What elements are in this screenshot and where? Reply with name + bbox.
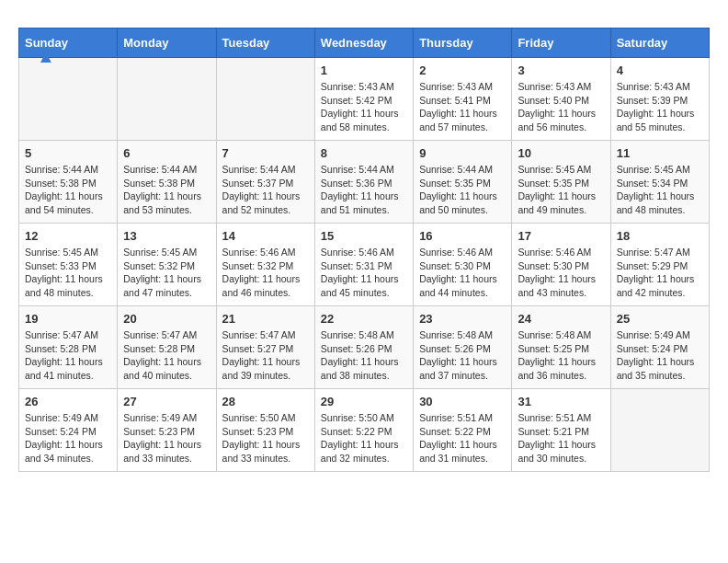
sunset-text: Sunset: 5:42 PM bbox=[321, 95, 392, 106]
sunrise-text: Sunrise: 5:47 AM bbox=[222, 329, 296, 340]
calendar-cell: 21 Sunrise: 5:47 AM Sunset: 5:27 PM Dayl… bbox=[216, 306, 314, 389]
day-number: 25 bbox=[617, 312, 703, 326]
calendar-cell: 3 Sunrise: 5:43 AM Sunset: 5:40 PM Dayli… bbox=[512, 58, 610, 141]
sunrise-text: Sunrise: 5:51 AM bbox=[419, 412, 493, 423]
calendar-week-row: 12 Sunrise: 5:45 AM Sunset: 5:33 PM Dayl… bbox=[19, 224, 710, 306]
daylight-text: Daylight: 11 hours and 56 minutes. bbox=[518, 108, 596, 132]
calendar-cell: 4 Sunrise: 5:43 AM Sunset: 5:39 PM Dayli… bbox=[610, 58, 709, 141]
daylight-text: Daylight: 11 hours and 36 minutes. bbox=[518, 356, 596, 381]
calendar-cell bbox=[19, 58, 118, 141]
day-info: Sunrise: 5:43 AM Sunset: 5:41 PM Dayligh… bbox=[419, 80, 506, 134]
day-number: 15 bbox=[321, 229, 407, 243]
sunset-text: Sunset: 5:41 PM bbox=[419, 95, 491, 106]
weekday-header-sunday: Sunday bbox=[19, 29, 118, 58]
daylight-text: Daylight: 11 hours and 46 minutes. bbox=[222, 273, 301, 298]
sunrise-text: Sunrise: 5:45 AM bbox=[518, 164, 591, 175]
day-info: Sunrise: 5:48 AM Sunset: 5:26 PM Dayligh… bbox=[419, 328, 506, 383]
day-number: 30 bbox=[419, 395, 506, 408]
calendar-cell: 16 Sunrise: 5:46 AM Sunset: 5:30 PM Dayl… bbox=[414, 224, 512, 306]
daylight-text: Daylight: 11 hours and 37 minutes. bbox=[419, 356, 497, 381]
calendar-cell: 9 Sunrise: 5:44 AM Sunset: 5:35 PM Dayli… bbox=[414, 141, 512, 224]
day-number: 12 bbox=[25, 229, 111, 243]
day-info: Sunrise: 5:51 AM Sunset: 5:21 PM Dayligh… bbox=[518, 411, 604, 465]
sunrise-text: Sunrise: 5:47 AM bbox=[25, 329, 98, 340]
daylight-text: Daylight: 11 hours and 52 minutes. bbox=[222, 190, 301, 215]
calendar-cell: 22 Sunrise: 5:48 AM Sunset: 5:26 PM Dayl… bbox=[314, 306, 413, 389]
weekday-header-thursday: Thursday bbox=[414, 29, 512, 58]
sunset-text: Sunset: 5:38 PM bbox=[25, 178, 97, 189]
daylight-text: Daylight: 11 hours and 42 minutes. bbox=[617, 273, 695, 298]
sunrise-text: Sunrise: 5:43 AM bbox=[617, 81, 690, 92]
sunrise-text: Sunrise: 5:51 AM bbox=[518, 412, 591, 423]
day-info: Sunrise: 5:49 AM Sunset: 5:23 PM Dayligh… bbox=[123, 411, 210, 465]
calendar-cell: 19 Sunrise: 5:47 AM Sunset: 5:28 PM Dayl… bbox=[19, 306, 118, 389]
sunrise-text: Sunrise: 5:50 AM bbox=[321, 412, 394, 423]
day-info: Sunrise: 5:46 AM Sunset: 5:31 PM Dayligh… bbox=[321, 246, 407, 300]
day-info: Sunrise: 5:47 AM Sunset: 5:27 PM Dayligh… bbox=[222, 328, 309, 383]
day-info: Sunrise: 5:48 AM Sunset: 5:25 PM Dayligh… bbox=[518, 328, 604, 383]
calendar-cell bbox=[118, 58, 216, 141]
sunset-text: Sunset: 5:26 PM bbox=[321, 343, 392, 354]
calendar-cell: 12 Sunrise: 5:45 AM Sunset: 5:33 PM Dayl… bbox=[19, 224, 118, 306]
sunrise-text: Sunrise: 5:47 AM bbox=[123, 329, 197, 340]
day-number: 31 bbox=[518, 395, 604, 408]
day-number: 28 bbox=[222, 395, 309, 408]
sunrise-text: Sunrise: 5:48 AM bbox=[419, 329, 493, 340]
sunrise-text: Sunrise: 5:49 AM bbox=[123, 412, 197, 423]
calendar-cell: 7 Sunrise: 5:44 AM Sunset: 5:37 PM Dayli… bbox=[216, 141, 314, 224]
daylight-text: Daylight: 11 hours and 45 minutes. bbox=[321, 273, 399, 298]
day-info: Sunrise: 5:46 AM Sunset: 5:30 PM Dayligh… bbox=[518, 246, 604, 300]
sunset-text: Sunset: 5:37 PM bbox=[222, 178, 294, 189]
day-number: 7 bbox=[222, 146, 309, 160]
day-number: 3 bbox=[518, 63, 604, 77]
sunrise-text: Sunrise: 5:45 AM bbox=[617, 164, 690, 175]
sunrise-text: Sunrise: 5:48 AM bbox=[518, 329, 591, 340]
daylight-text: Daylight: 11 hours and 51 minutes. bbox=[321, 190, 399, 215]
calendar-cell: 1 Sunrise: 5:43 AM Sunset: 5:42 PM Dayli… bbox=[314, 58, 413, 141]
day-info: Sunrise: 5:49 AM Sunset: 5:24 PM Dayligh… bbox=[617, 328, 703, 383]
daylight-text: Daylight: 11 hours and 30 minutes. bbox=[518, 439, 596, 464]
daylight-text: Daylight: 11 hours and 53 minutes. bbox=[123, 190, 201, 215]
calendar-cell: 27 Sunrise: 5:49 AM Sunset: 5:23 PM Dayl… bbox=[118, 389, 216, 472]
calendar-cell: 15 Sunrise: 5:46 AM Sunset: 5:31 PM Dayl… bbox=[314, 224, 413, 306]
calendar-cell: 28 Sunrise: 5:50 AM Sunset: 5:23 PM Dayl… bbox=[216, 389, 314, 472]
day-info: Sunrise: 5:43 AM Sunset: 5:40 PM Dayligh… bbox=[518, 80, 604, 134]
sunset-text: Sunset: 5:22 PM bbox=[321, 426, 392, 437]
sunrise-text: Sunrise: 5:47 AM bbox=[617, 247, 690, 258]
day-number: 1 bbox=[321, 63, 407, 77]
sunset-text: Sunset: 5:29 PM bbox=[617, 260, 688, 271]
sunset-text: Sunset: 5:22 PM bbox=[419, 426, 491, 437]
sunrise-text: Sunrise: 5:46 AM bbox=[321, 247, 394, 258]
calendar-week-row: 19 Sunrise: 5:47 AM Sunset: 5:28 PM Dayl… bbox=[19, 306, 710, 389]
calendar-cell: 8 Sunrise: 5:44 AM Sunset: 5:36 PM Dayli… bbox=[314, 141, 413, 224]
calendar-cell: 18 Sunrise: 5:47 AM Sunset: 5:29 PM Dayl… bbox=[610, 224, 709, 306]
day-number: 21 bbox=[222, 312, 309, 326]
day-number: 18 bbox=[617, 229, 703, 243]
calendar-table: SundayMondayTuesdayWednesdayThursdayFrid… bbox=[18, 28, 710, 472]
day-info: Sunrise: 5:46 AM Sunset: 5:32 PM Dayligh… bbox=[222, 246, 309, 300]
daylight-text: Daylight: 11 hours and 32 minutes. bbox=[321, 439, 399, 464]
day-number: 20 bbox=[123, 312, 210, 326]
day-info: Sunrise: 5:47 AM Sunset: 5:29 PM Dayligh… bbox=[617, 246, 703, 300]
daylight-text: Daylight: 11 hours and 41 minutes. bbox=[25, 356, 103, 381]
day-info: Sunrise: 5:44 AM Sunset: 5:38 PM Dayligh… bbox=[123, 163, 210, 217]
day-number: 8 bbox=[321, 146, 407, 160]
sunrise-text: Sunrise: 5:45 AM bbox=[123, 247, 197, 258]
sunset-text: Sunset: 5:40 PM bbox=[518, 95, 589, 106]
sunrise-text: Sunrise: 5:43 AM bbox=[321, 81, 394, 92]
calendar-cell: 31 Sunrise: 5:51 AM Sunset: 5:21 PM Dayl… bbox=[512, 389, 610, 472]
day-number: 19 bbox=[25, 312, 111, 326]
day-info: Sunrise: 5:44 AM Sunset: 5:35 PM Dayligh… bbox=[419, 163, 506, 217]
sunset-text: Sunset: 5:24 PM bbox=[617, 343, 688, 354]
sunset-text: Sunset: 5:28 PM bbox=[123, 343, 195, 354]
sunset-text: Sunset: 5:30 PM bbox=[419, 260, 491, 271]
sunrise-text: Sunrise: 5:44 AM bbox=[419, 164, 493, 175]
daylight-text: Daylight: 11 hours and 55 minutes. bbox=[617, 108, 695, 132]
calendar-cell: 14 Sunrise: 5:46 AM Sunset: 5:32 PM Dayl… bbox=[216, 224, 314, 306]
day-info: Sunrise: 5:44 AM Sunset: 5:38 PM Dayligh… bbox=[25, 163, 111, 217]
sunrise-text: Sunrise: 5:46 AM bbox=[518, 247, 591, 258]
sunrise-text: Sunrise: 5:46 AM bbox=[222, 247, 296, 258]
logo-icon: ▲ bbox=[37, 46, 55, 67]
sunset-text: Sunset: 5:38 PM bbox=[123, 178, 195, 189]
day-number: 17 bbox=[518, 229, 604, 243]
